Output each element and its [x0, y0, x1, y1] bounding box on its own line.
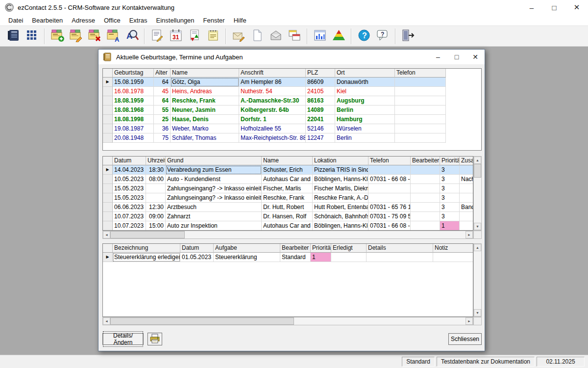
- scroll-track[interactable]: [185, 231, 466, 238]
- maximize-button[interactable]: □: [543, 0, 565, 15]
- menu-adresse[interactable]: Adresse: [67, 16, 99, 25]
- column-header[interactable]: Aufgabe: [214, 244, 280, 253]
- column-header[interactable]: Uhrzeit: [146, 157, 166, 165]
- menu-datei[interactable]: Datei: [4, 16, 27, 25]
- support-question-button[interactable]: ?: [373, 27, 392, 45]
- column-header[interactable]: Bezeichnung: [113, 244, 180, 253]
- column-header[interactable]: Geburtstag: [113, 69, 154, 78]
- table-row[interactable]: 19.08.198736Weber, MarkoHofholzallee 555…: [103, 124, 481, 133]
- row-selector[interactable]: [103, 96, 113, 105]
- address-format-button[interactable]: A: [104, 27, 122, 45]
- minimize-button[interactable]: –: [520, 0, 543, 15]
- row-selector[interactable]: [103, 133, 113, 143]
- close-button[interactable]: ✕: [565, 0, 588, 15]
- print-button[interactable]: [147, 333, 162, 345]
- column-header[interactable]: Zusat: [460, 157, 473, 165]
- mail-open-button[interactable]: [267, 27, 285, 45]
- hscroll-thumb[interactable]: [110, 231, 185, 238]
- notes-button[interactable]: [204, 27, 222, 45]
- menu-einstellungen[interactable]: Einstellungen: [152, 16, 199, 25]
- appointments-grid[interactable]: DatumUhrzeitGrundNameLokationTelefonBear…: [102, 156, 473, 231]
- scroll-left-arrow[interactable]: ◄: [103, 317, 110, 325]
- table-row[interactable]: 16.08.197845Heins, AndreasNuthestr. 5424…: [103, 87, 481, 96]
- row-selector[interactable]: ▶: [103, 78, 113, 87]
- calendar-button[interactable]: 31: [167, 27, 185, 45]
- column-header[interactable]: Erledigt: [331, 244, 367, 253]
- row-selector[interactable]: ▶: [103, 253, 113, 262]
- table-row[interactable]: 18.08.199825Haase, DenisDorfstr. 122041H…: [103, 115, 481, 124]
- row-selector[interactable]: [103, 115, 113, 124]
- priority-pyramid-button[interactable]: [329, 27, 348, 45]
- column-header[interactable]: Datum: [180, 244, 214, 253]
- scroll-down-arrow[interactable]: ▼: [474, 309, 481, 316]
- scroll-left-arrow[interactable]: ◄: [103, 231, 110, 238]
- row-selector[interactable]: [103, 221, 113, 231]
- scroll-right-arrow[interactable]: ►: [466, 231, 473, 238]
- help-button[interactable]: ?: [355, 27, 373, 45]
- row-selector[interactable]: [103, 87, 113, 96]
- column-header[interactable]: Alter: [154, 69, 171, 78]
- tasks-grid[interactable]: BezeichnungDatumAufgabeBearbeiterPriorit…: [102, 243, 473, 317]
- menu-fenster[interactable]: Fenster: [199, 16, 229, 25]
- menu-office[interactable]: Office: [99, 16, 125, 25]
- table-row[interactable]: 18.08.195964Reschke, FrankA.-Damaschke-S…: [103, 96, 481, 105]
- table-row[interactable]: ▶15.08.195964Götz, OlgaAm Hempler 868660…: [103, 78, 481, 87]
- dialog-maximize-button[interactable]: □: [447, 50, 466, 64]
- scroll-right-arrow[interactable]: ►: [466, 317, 473, 325]
- addressbook-button[interactable]: [4, 27, 23, 45]
- table-row[interactable]: ▶14.04.202318:30Verabredung zum EssenSch…: [103, 165, 473, 175]
- scroll-down-arrow[interactable]: ▼: [474, 223, 481, 230]
- table-row[interactable]: 10.07.202309:00ZahnarztDr. Hansen, RolfS…: [103, 212, 473, 221]
- appointments-vscrollbar[interactable]: ▲ ▼: [473, 156, 482, 231]
- column-header[interactable]: Bearbeiter: [411, 157, 440, 165]
- address-search-button[interactable]: A: [122, 27, 141, 45]
- window-copy-button[interactable]: [285, 27, 304, 45]
- column-header[interactable]: Notiz: [433, 244, 473, 253]
- close-dialog-button[interactable]: Schliessen: [448, 333, 482, 345]
- scroll-up-arrow[interactable]: ▲: [474, 157, 481, 164]
- row-selector[interactable]: [103, 175, 113, 184]
- dialog-titlebar[interactable]: Aktuelle Geburtstage, Termine und Aufgab…: [98, 50, 485, 64]
- hscroll-thumb[interactable]: [110, 317, 294, 325]
- address-transfer-button[interactable]: [185, 27, 204, 45]
- row-selector[interactable]: [103, 203, 113, 212]
- table-row[interactable]: 10.07.202315:00Auto zur InspektionAutoha…: [103, 221, 473, 231]
- row-selector[interactable]: [103, 193, 113, 203]
- new-document-button[interactable]: [248, 27, 267, 45]
- column-header[interactable]: Grund: [166, 157, 262, 165]
- appointments-hscrollbar[interactable]: ◄ ►: [102, 231, 473, 239]
- row-selector[interactable]: [103, 124, 113, 133]
- table-row[interactable]: 10.05.202308:00Auto - KundendienstAutoha…: [103, 175, 473, 184]
- column-header[interactable]: Name: [262, 157, 313, 165]
- row-selector[interactable]: [103, 212, 113, 221]
- column-header[interactable]: Datum: [113, 157, 146, 165]
- letter-button[interactable]: [148, 27, 167, 45]
- table-row[interactable]: 20.08.194875Schäfer, ThomasMax-Reichpiet…: [103, 133, 481, 143]
- column-header[interactable]: Lokation: [313, 157, 368, 165]
- vscroll-thumb[interactable]: [474, 164, 481, 178]
- tasks-vscrollbar[interactable]: ▲ ▼: [473, 243, 482, 317]
- table-row[interactable]: ▶Steuererklärung erledigen01.05.2023Steu…: [103, 253, 473, 262]
- tasks-hscrollbar[interactable]: ◄ ►: [102, 317, 473, 325]
- column-header[interactable]: Bearbeiter: [280, 244, 311, 253]
- address-new-button[interactable]: [48, 27, 67, 45]
- menu-extras[interactable]: Extras: [125, 16, 152, 25]
- address-delete-button[interactable]: [85, 27, 104, 45]
- column-header[interactable]: Anschrift: [239, 69, 306, 78]
- menu-hilfe[interactable]: Hilfe: [229, 16, 251, 25]
- birthdays-grid[interactable]: GeburtstagAlterNameAnschriftPLZOrtTelefo…: [102, 68, 482, 151]
- menu-bearbeiten[interactable]: Bearbeiten: [27, 16, 67, 25]
- details-button[interactable]: Details/Ändern: [102, 333, 144, 345]
- statistics-button[interactable]: [311, 27, 329, 45]
- table-row[interactable]: 06.06.202312:30ArztbesuchDr. Hutt, Rober…: [103, 203, 473, 212]
- address-edit-button[interactable]: [67, 27, 85, 45]
- dialog-close-button[interactable]: ✕: [466, 50, 485, 64]
- exit-button[interactable]: [399, 27, 417, 45]
- table-row[interactable]: 18.08.196855Neuner, JasminKolbergerstr. …: [103, 105, 481, 115]
- row-selector[interactable]: ▶: [103, 165, 113, 175]
- table-row[interactable]: 15.05.2023Zahlungseingang? -> Inkasso ei…: [103, 184, 473, 193]
- column-header[interactable]: Telefon: [368, 157, 411, 165]
- dialog-minimize-button[interactable]: –: [429, 50, 447, 64]
- mail-write-button[interactable]: [229, 27, 248, 45]
- column-header[interactable]: Priorität: [311, 244, 331, 253]
